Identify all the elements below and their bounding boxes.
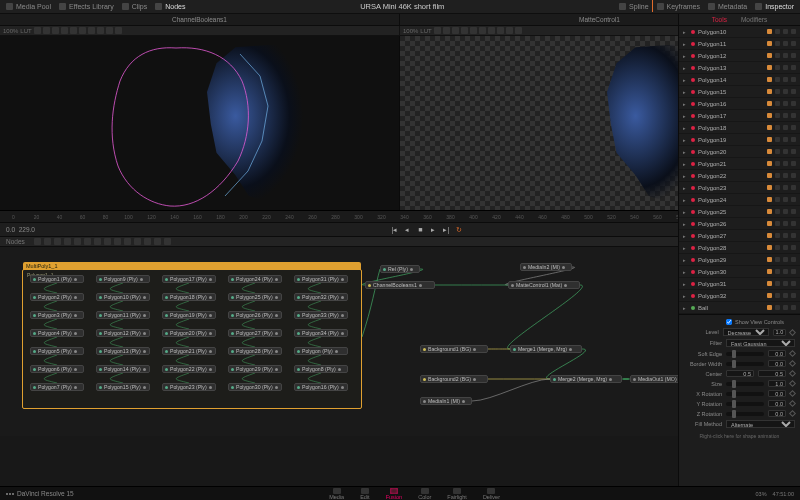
node-port-icon[interactable] <box>523 266 526 269</box>
level-mode-select[interactable]: Decrease <box>723 328 769 336</box>
poly-row[interactable]: ▸Polygon22 <box>679 170 800 182</box>
enable-dot-icon[interactable] <box>691 138 695 142</box>
topbar-item-inspector[interactable]: Inspector <box>755 3 794 10</box>
node-port-icon[interactable] <box>74 368 77 371</box>
node-port-icon[interactable] <box>423 348 426 351</box>
settings-icon[interactable] <box>783 245 788 250</box>
polygon-node[interactable]: Polygon30 (Ply) <box>228 383 282 391</box>
settings-icon[interactable] <box>783 233 788 238</box>
node-port-icon[interactable] <box>633 378 636 381</box>
node-port-icon[interactable] <box>33 296 36 299</box>
node-port-icon[interactable] <box>297 386 300 389</box>
viewer-tool-icon[interactable] <box>97 27 104 34</box>
polygon-node[interactable]: Polygon16 (Ply) <box>294 383 348 391</box>
node-port-icon[interactable] <box>74 386 77 389</box>
node-port-icon[interactable] <box>33 332 36 335</box>
polygon-node[interactable]: Polygon28 (Ply) <box>228 347 282 355</box>
node-port-icon[interactable] <box>341 332 344 335</box>
app-brand[interactable]: DaVinci Resolve 15 <box>6 490 74 497</box>
poly-row[interactable]: ▸Polygon29 <box>679 254 800 266</box>
enable-dot-icon[interactable] <box>691 162 695 166</box>
polygon-node[interactable]: Polygon10 (Ply) <box>96 293 150 301</box>
disclosure-icon[interactable]: ▸ <box>683 281 688 287</box>
enable-dot-icon[interactable] <box>691 66 695 70</box>
polygon-node[interactable]: Polygon12 (Ply) <box>96 329 150 337</box>
settings-icon[interactable] <box>783 173 788 178</box>
node-port-icon[interactable] <box>231 314 234 317</box>
keyframe-toggle-icon[interactable] <box>767 281 772 286</box>
node-port-icon[interactable] <box>569 348 572 351</box>
page-tab-media[interactable]: Media <box>329 488 344 500</box>
poly-row[interactable]: ▸Polygon18 <box>679 122 800 134</box>
lock-icon[interactable] <box>775 29 780 34</box>
disclosure-icon[interactable]: ▸ <box>683 221 688 227</box>
keyframe-icon[interactable] <box>789 350 796 357</box>
node-port-icon[interactable] <box>99 296 102 299</box>
settings-icon[interactable] <box>783 161 788 166</box>
node-port-icon[interactable] <box>297 350 300 353</box>
node-port-icon[interactable] <box>33 368 36 371</box>
settings-icon[interactable] <box>783 281 788 286</box>
flow-node-mg1[interactable]: Merge1 (Merge, Mrg) <box>510 345 582 353</box>
poly-row[interactable]: ▸Polygon20 <box>679 146 800 158</box>
reset-icon[interactable] <box>791 257 796 262</box>
poly-row[interactable]: ▸Polygon30 <box>679 266 800 278</box>
disclosure-icon[interactable]: ▸ <box>683 65 688 71</box>
node-port-icon[interactable] <box>209 332 212 335</box>
node-port-icon[interactable] <box>99 314 102 317</box>
node-port-icon[interactable] <box>231 278 234 281</box>
page-tab-fairlight[interactable]: Fairlight <box>447 488 467 500</box>
node-port-icon[interactable] <box>165 368 168 371</box>
poly-row[interactable]: ▸Polygon28 <box>679 242 800 254</box>
disclosure-icon[interactable]: ▸ <box>683 233 688 239</box>
polygon-node[interactable]: Polygon34 (Ply) <box>294 329 348 337</box>
lut-label[interactable]: LUT <box>420 28 431 34</box>
enable-dot-icon[interactable] <box>691 258 695 262</box>
polygon-node[interactable]: Polygon6 (Ply) <box>30 365 84 373</box>
play-icon[interactable]: ▸ <box>429 226 437 234</box>
keyframe-toggle-icon[interactable] <box>767 125 772 130</box>
keyframe-toggle-icon[interactable] <box>767 221 772 226</box>
lock-icon[interactable] <box>775 101 780 106</box>
viewer-tool-icon[interactable] <box>88 27 95 34</box>
keyframe-toggle-icon[interactable] <box>767 77 772 82</box>
node-tool-icon[interactable] <box>104 238 111 245</box>
disclosure-icon[interactable]: ▸ <box>683 305 688 311</box>
lock-icon[interactable] <box>775 53 780 58</box>
keyframe-toggle-icon[interactable] <box>767 173 772 178</box>
node-port-icon[interactable] <box>473 378 476 381</box>
settings-icon[interactable] <box>783 89 788 94</box>
keyframe-toggle-icon[interactable] <box>767 65 772 70</box>
polygon-node[interactable]: Polygon11 (Ply) <box>96 311 150 319</box>
node-port-icon[interactable] <box>297 314 300 317</box>
keyframe-toggle-icon[interactable] <box>767 89 772 94</box>
disclosure-icon[interactable]: ▸ <box>683 101 688 107</box>
keyframe-icon[interactable] <box>789 380 796 387</box>
disclosure-icon[interactable]: ▸ <box>683 293 688 299</box>
viewer-tool-icon[interactable] <box>79 27 86 34</box>
polygon-node[interactable]: Polygon24 (Ply) <box>228 275 282 283</box>
enable-dot-icon[interactable] <box>691 174 695 178</box>
disclosure-icon[interactable]: ▸ <box>683 29 688 35</box>
node-port-icon[interactable] <box>74 332 77 335</box>
lock-icon[interactable] <box>775 269 780 274</box>
node-port-icon[interactable] <box>423 400 426 403</box>
poly-row[interactable]: ▸Polygon14 <box>679 74 800 86</box>
polygon-node[interactable]: Polygon8 (Ply) <box>294 365 348 373</box>
node-port-icon[interactable] <box>341 314 344 317</box>
polygon-node[interactable]: Polygon32 (Ply) <box>294 293 348 301</box>
poly-row[interactable]: ▸Polygon31 <box>679 278 800 290</box>
viewer-tool-icon[interactable] <box>506 27 513 34</box>
settings-icon[interactable] <box>783 137 788 142</box>
viewer-tool-icon[interactable] <box>52 27 59 34</box>
node-port-icon[interactable] <box>275 278 278 281</box>
settings-icon[interactable] <box>783 269 788 274</box>
lock-icon[interactable] <box>775 185 780 190</box>
node-port-icon[interactable] <box>231 386 234 389</box>
page-tab-deliver[interactable]: Deliver <box>483 488 500 500</box>
node-port-icon[interactable] <box>297 368 300 371</box>
reset-icon[interactable] <box>791 293 796 298</box>
keyframe-icon[interactable] <box>789 370 796 377</box>
stop-icon[interactable]: ■ <box>416 226 424 234</box>
node-port-icon[interactable] <box>74 296 77 299</box>
